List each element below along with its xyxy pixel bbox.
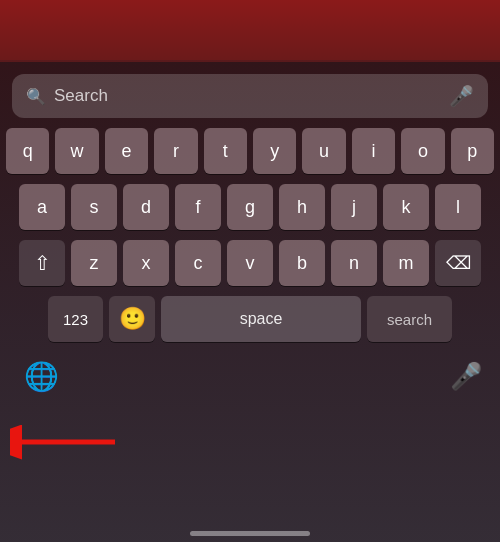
arrow-container — [10, 420, 120, 464]
key-w[interactable]: w — [55, 128, 98, 174]
key-z[interactable]: z — [71, 240, 117, 286]
key-j[interactable]: j — [331, 184, 377, 230]
key-l[interactable]: l — [435, 184, 481, 230]
keyboard-row-bottom: 123 🙂 space search — [6, 296, 494, 342]
key-n[interactable]: n — [331, 240, 377, 286]
key-c[interactable]: c — [175, 240, 221, 286]
bottom-bar: 🌐 🎤 — [4, 342, 496, 408]
key-e[interactable]: e — [105, 128, 148, 174]
key-backspace[interactable]: ⌫ — [435, 240, 481, 286]
key-numbers[interactable]: 123 — [48, 296, 103, 342]
keyboard-area: 🔍 Search 🎤 q w e r t y u i o p a s d f g… — [0, 62, 500, 542]
key-s[interactable]: s — [71, 184, 117, 230]
red-arrow — [10, 420, 120, 464]
key-emoji[interactable]: 🙂 — [109, 296, 155, 342]
search-bar[interactable]: 🔍 Search 🎤 — [12, 74, 488, 118]
mic-icon-search[interactable]: 🎤 — [449, 84, 474, 108]
key-t[interactable]: t — [204, 128, 247, 174]
key-search[interactable]: search — [367, 296, 452, 342]
key-y[interactable]: y — [253, 128, 296, 174]
top-bar — [0, 0, 500, 60]
keyboard-row-3: ⇧ z x c v b n m ⌫ — [6, 240, 494, 286]
key-v[interactable]: v — [227, 240, 273, 286]
key-f[interactable]: f — [175, 184, 221, 230]
keyboard-rows: q w e r t y u i o p a s d f g h j k l ⇧ … — [4, 128, 496, 342]
key-k[interactable]: k — [383, 184, 429, 230]
key-u[interactable]: u — [302, 128, 345, 174]
keyboard-row-1: q w e r t y u i o p — [6, 128, 494, 174]
key-h[interactable]: h — [279, 184, 325, 230]
search-icon: 🔍 — [26, 87, 46, 106]
key-a[interactable]: a — [19, 184, 65, 230]
search-left: 🔍 Search — [26, 86, 108, 106]
search-placeholder: Search — [54, 86, 108, 106]
home-indicator — [190, 531, 310, 536]
mic-bottom-icon[interactable]: 🎤 — [450, 361, 482, 392]
key-m[interactable]: m — [383, 240, 429, 286]
key-p[interactable]: p — [451, 128, 494, 174]
keyboard-row-2: a s d f g h j k l — [6, 184, 494, 230]
key-i[interactable]: i — [352, 128, 395, 174]
key-g[interactable]: g — [227, 184, 273, 230]
globe-icon: 🌐 — [24, 360, 59, 393]
key-x[interactable]: x — [123, 240, 169, 286]
key-shift[interactable]: ⇧ — [19, 240, 65, 286]
key-space[interactable]: space — [161, 296, 361, 342]
key-d[interactable]: d — [123, 184, 169, 230]
globe-icon-wrap[interactable]: 🌐 — [18, 353, 64, 399]
key-o[interactable]: o — [401, 128, 444, 174]
key-q[interactable]: q — [6, 128, 49, 174]
key-r[interactable]: r — [154, 128, 197, 174]
key-b[interactable]: b — [279, 240, 325, 286]
